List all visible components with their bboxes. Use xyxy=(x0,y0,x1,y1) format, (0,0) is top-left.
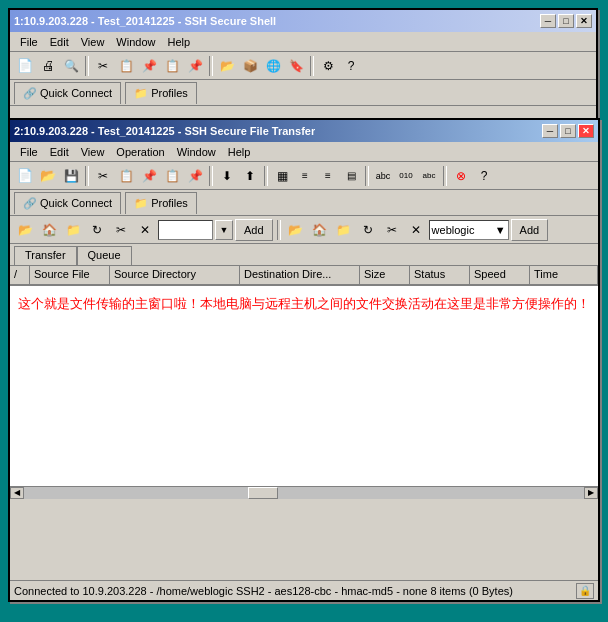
col-time[interactable]: Time xyxy=(530,266,598,285)
window1-quickconnect-tab[interactable]: 🔗 Quick Connect xyxy=(14,82,121,104)
add-local-button[interactable]: Add xyxy=(235,219,273,241)
tb1-help[interactable]: ? xyxy=(340,55,362,77)
tb2-grid[interactable]: ▦ xyxy=(271,165,293,187)
window1-menubar: File Edit View Window Help xyxy=(10,32,596,52)
window1-titlebar[interactable]: 1:10.9.203.228 - Test_20141225 - SSH Sec… xyxy=(10,10,596,32)
ft-remote-scissors[interactable]: ✂ xyxy=(381,219,403,241)
window1-title: 1:10.9.203.228 - Test_20141225 - SSH Sec… xyxy=(14,15,276,27)
ft-local-home[interactable]: 🏠 xyxy=(38,219,60,241)
quickconnect-label1: Quick Connect xyxy=(40,87,112,99)
tb1-paste2[interactable]: 📌 xyxy=(184,55,206,77)
window2-quickconnect-tab[interactable]: 🔗 Quick Connect xyxy=(14,192,121,214)
tb1-paste[interactable]: 📌 xyxy=(138,55,160,77)
menu-help-2[interactable]: Help xyxy=(222,144,257,160)
col-source-file[interactable]: Source File xyxy=(30,266,110,285)
transfer-content-area: 这个就是文件传输的主窗口啦！本地电脑与远程主机之间的文件交换活动在这里是非常方便… xyxy=(10,286,598,486)
tb2-save[interactable]: 💾 xyxy=(60,165,82,187)
scroll-track[interactable] xyxy=(24,487,584,499)
col-source-dir[interactable]: Source Directory xyxy=(110,266,240,285)
tb1-new[interactable]: 📄 xyxy=(14,55,36,77)
tb2-list2[interactable]: ≡ xyxy=(317,165,339,187)
tb2-x1[interactable]: 📋 xyxy=(161,165,183,187)
ft-local-scissors[interactable]: ✂ xyxy=(110,219,132,241)
tb2-new[interactable]: 📄 xyxy=(14,165,36,187)
tb2-stop[interactable]: ⊗ xyxy=(450,165,472,187)
ft-remote-refresh2[interactable]: ↻ xyxy=(357,219,379,241)
window2-menubar: File Edit View Operation Window Help xyxy=(10,142,598,162)
window2-titlebar[interactable]: 2:10.9.203.228 - Test_20141225 - SSH Sec… xyxy=(10,120,598,142)
tb1-find[interactable]: 🔍 xyxy=(60,55,82,77)
window2-controls: ─ □ ✕ xyxy=(542,124,594,138)
tb2-code[interactable]: abc xyxy=(418,165,440,187)
menu-help-1[interactable]: Help xyxy=(161,34,196,50)
menu-view-1[interactable]: View xyxy=(75,34,111,50)
window2-close[interactable]: ✕ xyxy=(578,124,594,138)
window1-minimize[interactable]: ─ xyxy=(540,14,556,28)
transfer-tab-queue[interactable]: Queue xyxy=(77,246,132,265)
col-sort[interactable]: / xyxy=(10,266,30,285)
add-remote-button[interactable]: Add xyxy=(511,219,549,241)
window2-minimize[interactable]: ─ xyxy=(542,124,558,138)
tb2-sep5 xyxy=(443,166,447,186)
col-speed[interactable]: Speed xyxy=(470,266,530,285)
window1-close[interactable]: ✕ xyxy=(576,14,592,28)
tb2-010[interactable]: 010 xyxy=(395,165,417,187)
menu-file-2[interactable]: File xyxy=(14,144,44,160)
annotation-text: 这个就是文件传输的主窗口啦！本地电脑与远程主机之间的文件交换活动在这里是非常方便… xyxy=(10,286,598,323)
window1-tabbar: 🔗 Quick Connect 📁 Profiles xyxy=(10,80,596,106)
col-status[interactable]: Status xyxy=(410,266,470,285)
window1-profiles-tab[interactable]: 📁 Profiles xyxy=(125,82,197,104)
local-path-dropdown[interactable]: ▼ xyxy=(215,220,233,240)
menu-window-2[interactable]: Window xyxy=(171,144,222,160)
menu-edit-1[interactable]: Edit xyxy=(44,34,75,50)
menu-view-2[interactable]: View xyxy=(75,144,111,160)
tb2-list1[interactable]: ≡ xyxy=(294,165,316,187)
ft-remote-home[interactable]: 🏠 xyxy=(309,219,331,241)
menu-edit-2[interactable]: Edit xyxy=(44,144,75,160)
tb2-help2[interactable]: ? xyxy=(473,165,495,187)
tb2-upload[interactable]: ⬇ xyxy=(216,165,238,187)
ft-remote-open[interactable]: 📂 xyxy=(285,219,307,241)
quickconnect-icon2: 🔗 xyxy=(23,197,37,210)
tb2-open[interactable]: 📂 xyxy=(37,165,59,187)
tb1-b2[interactable]: 🌐 xyxy=(262,55,284,77)
window2-profiles-tab[interactable]: 📁 Profiles xyxy=(125,192,197,214)
local-path-input[interactable] xyxy=(158,220,213,240)
ft-remote-refresh1[interactable]: 📁 xyxy=(333,219,355,241)
tb1-cut[interactable]: ✂ xyxy=(92,55,114,77)
col-size[interactable]: Size xyxy=(360,266,410,285)
tb2-list3[interactable]: ▤ xyxy=(340,165,362,187)
menu-operation-2[interactable]: Operation xyxy=(110,144,170,160)
transfer-tab-transfer[interactable]: Transfer xyxy=(14,246,77,265)
tb2-download[interactable]: ⬆ xyxy=(239,165,261,187)
tb1-transfer[interactable]: 📂 xyxy=(216,55,238,77)
ssh-filetransfer-window: 2:10.9.203.228 - Test_20141225 - SSH Sec… xyxy=(8,118,600,602)
tb2-abc[interactable]: abc xyxy=(372,165,394,187)
ft-local-delete[interactable]: ✕ xyxy=(134,219,156,241)
tb1-b1[interactable]: 📦 xyxy=(239,55,261,77)
ft-remote-delete[interactable]: ✕ xyxy=(405,219,427,241)
tb2-paste[interactable]: 📌 xyxy=(138,165,160,187)
tb1-settings[interactable]: ⚙ xyxy=(317,55,339,77)
menu-window-1[interactable]: Window xyxy=(110,34,161,50)
tb2-cut[interactable]: ✂ xyxy=(92,165,114,187)
ft-local-up[interactable]: 📁 xyxy=(62,219,84,241)
ft-local-open[interactable]: 📂 xyxy=(14,219,36,241)
tb1-print[interactable]: 🖨 xyxy=(37,55,59,77)
window2-maximize[interactable]: □ xyxy=(560,124,576,138)
scroll-thumb[interactable] xyxy=(248,487,278,499)
tb1-b3[interactable]: 🔖 xyxy=(285,55,307,77)
tb2-x2[interactable]: 📌 xyxy=(184,165,206,187)
window1-maximize[interactable]: □ xyxy=(558,14,574,28)
tb2-copy[interactable]: 📋 xyxy=(115,165,137,187)
menu-file-1[interactable]: File xyxy=(14,34,44,50)
tb1-copy[interactable]: 📋 xyxy=(115,55,137,77)
horizontal-scrollbar[interactable]: ◀ ▶ xyxy=(10,486,598,498)
window2-toolbar1: 📄 📂 💾 ✂ 📋 📌 📋 📌 ⬇ ⬆ ▦ ≡ ≡ ▤ abc 010 abc … xyxy=(10,162,598,190)
remote-path-display[interactable]: weblogic ▼ xyxy=(429,220,509,240)
tb1-copy2[interactable]: 📋 xyxy=(161,55,183,77)
scroll-right-btn[interactable]: ▶ xyxy=(584,487,598,499)
ft-local-refresh[interactable]: ↻ xyxy=(86,219,108,241)
col-dest-dir[interactable]: Destination Dire... xyxy=(240,266,360,285)
scroll-left-btn[interactable]: ◀ xyxy=(10,487,24,499)
